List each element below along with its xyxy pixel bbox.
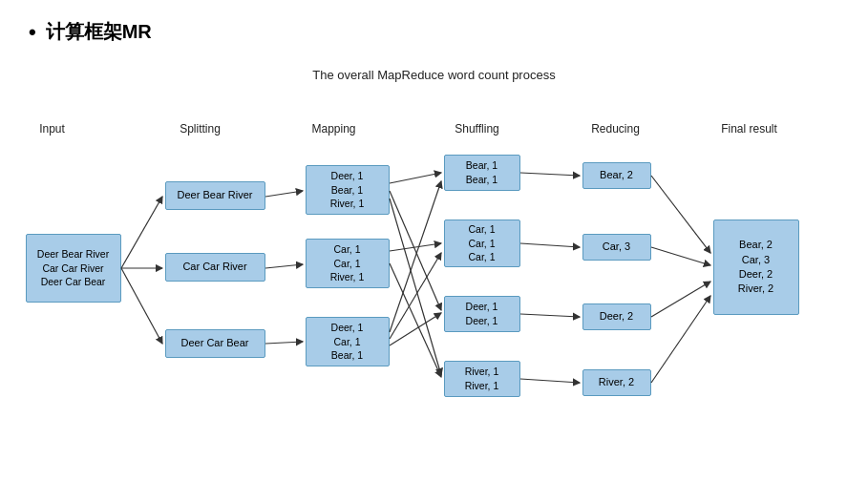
box-map2: Car, 1 Car, 1 River, 1 bbox=[306, 239, 390, 288]
box-final: Bear, 2 Car, 3 Deer, 2 River, 2 bbox=[713, 220, 799, 315]
svg-line-18 bbox=[651, 176, 710, 253]
box-red2: Car, 3 bbox=[582, 234, 651, 261]
bullet-dot: • bbox=[29, 22, 36, 43]
box-red3: Deer, 2 bbox=[582, 303, 651, 330]
svg-line-21 bbox=[651, 296, 710, 383]
bullet-heading: • 计算框架MR bbox=[29, 19, 839, 45]
svg-line-15 bbox=[520, 243, 580, 247]
svg-line-10 bbox=[390, 263, 441, 377]
box-split2: Car Car River bbox=[165, 253, 265, 282]
svg-line-12 bbox=[390, 253, 441, 339]
svg-line-19 bbox=[651, 247, 710, 265]
diagram-container: The overall MapReduce word count process… bbox=[29, 68, 839, 449]
box-map1: Deer, 1 Bear, 1 River, 1 bbox=[306, 165, 390, 215]
svg-line-14 bbox=[520, 173, 580, 176]
diagram-title: The overall MapReduce word count process bbox=[312, 68, 555, 82]
label-final: Final result bbox=[711, 122, 788, 136]
svg-line-16 bbox=[520, 314, 580, 317]
svg-line-5 bbox=[265, 342, 303, 344]
box-map3: Deer, 1 Car, 1 Bear, 1 bbox=[306, 317, 390, 366]
diagram-area: Input Splitting Mapping Shuffling Reduci… bbox=[24, 95, 845, 449]
box-shuf4: River, 1 River, 1 bbox=[444, 361, 520, 397]
svg-line-9 bbox=[390, 243, 441, 251]
svg-line-6 bbox=[390, 173, 441, 183]
box-shuf3: Deer, 1 Deer, 1 bbox=[444, 296, 520, 332]
svg-line-17 bbox=[520, 379, 580, 383]
svg-line-20 bbox=[651, 282, 710, 317]
svg-line-0 bbox=[121, 197, 162, 268]
box-split1: Deer Bear River bbox=[165, 181, 265, 210]
svg-line-8 bbox=[390, 199, 441, 375]
box-split3: Deer Car Bear bbox=[165, 329, 265, 358]
label-input: Input bbox=[24, 122, 81, 136]
svg-line-3 bbox=[265, 191, 303, 197]
label-splitting: Splitting bbox=[162, 122, 239, 136]
svg-line-13 bbox=[390, 313, 441, 345]
box-red1: Bear, 2 bbox=[582, 162, 651, 189]
box-red4: River, 2 bbox=[582, 369, 651, 396]
svg-line-11 bbox=[390, 181, 441, 332]
box-shuf2: Car, 1 Car, 1 Car, 1 bbox=[444, 220, 520, 267]
label-reducing: Reducing bbox=[582, 122, 649, 136]
box-input: Deer Bear River Car Car River Deer Car B… bbox=[26, 234, 121, 303]
label-mapping: Mapping bbox=[301, 122, 368, 136]
svg-line-2 bbox=[121, 268, 162, 344]
svg-line-4 bbox=[265, 264, 303, 268]
label-shuffling: Shuffling bbox=[444, 122, 511, 136]
svg-line-7 bbox=[390, 191, 441, 310]
box-shuf1: Bear, 1 Bear, 1 bbox=[444, 155, 520, 191]
heading-text: 计算框架MR bbox=[46, 19, 152, 45]
